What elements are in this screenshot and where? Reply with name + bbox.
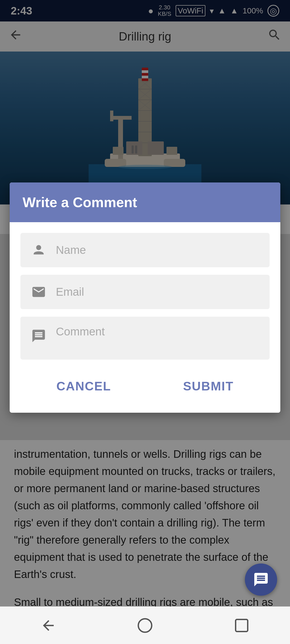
modal-body: Name Email Comment <box>10 222 280 368</box>
comment-placeholder: Comment <box>56 325 261 338</box>
svg-point-30 <box>36 245 41 250</box>
comment-icon <box>29 326 48 346</box>
modal-actions: CANCEL SUBMIT <box>10 368 280 413</box>
comment-field-container[interactable]: Comment <box>20 317 270 360</box>
cancel-button[interactable]: CANCEL <box>40 374 127 399</box>
comment-modal: Write a Comment Name Email <box>10 182 280 413</box>
nav-home-button[interactable] <box>129 615 161 636</box>
email-field-container[interactable]: Email <box>20 275 270 309</box>
svg-rect-32 <box>236 619 248 631</box>
modal-header: Write a Comment <box>10 182 280 222</box>
name-field-container[interactable]: Name <box>20 233 270 267</box>
modal-title: Write a Comment <box>23 194 267 210</box>
svg-point-31 <box>138 619 152 632</box>
nav-recent-button[interactable] <box>226 615 258 636</box>
chat-fab[interactable] <box>245 564 277 596</box>
user-icon <box>29 240 48 260</box>
name-placeholder: Name <box>56 244 261 257</box>
email-placeholder: Email <box>56 286 261 298</box>
submit-button[interactable]: SUBMIT <box>167 374 250 399</box>
nav-back-button[interactable] <box>32 615 64 636</box>
bottom-navigation <box>0 606 290 644</box>
email-icon <box>29 282 48 302</box>
